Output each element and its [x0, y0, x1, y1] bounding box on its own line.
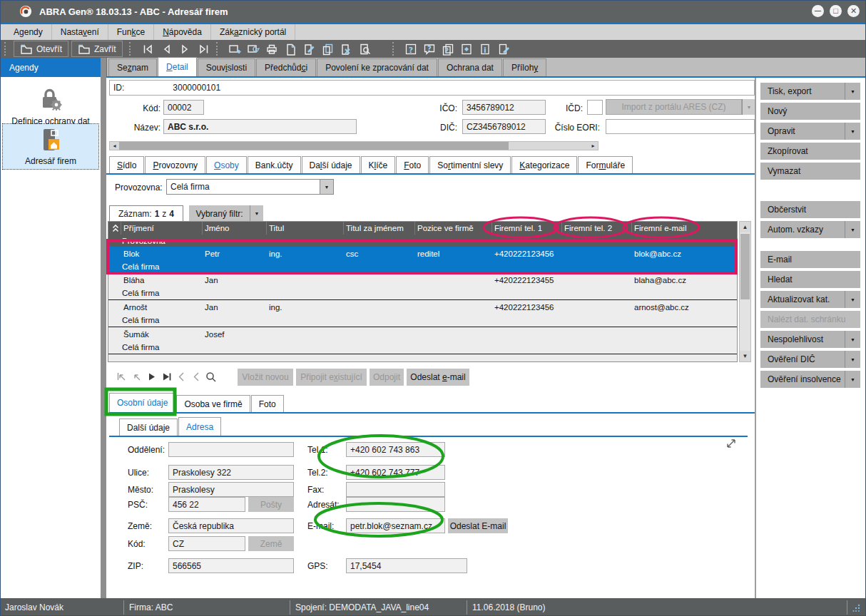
document-search-icon[interactable] — [355, 42, 374, 56]
email-field[interactable]: petr.blok@seznam.cz — [346, 518, 445, 533]
maximize-button[interactable]: □ — [830, 5, 842, 17]
ares-import-button[interactable]: Import z portálu ARES (CZ) — [606, 99, 742, 115]
col-prijmeni[interactable]: Příjmení — [121, 222, 203, 235]
dic-field[interactable]: CZ3456789012 — [462, 119, 546, 134]
attach-existing-button[interactable]: Připojit existující — [296, 369, 367, 386]
table-row[interactable]: Šumák Josef Celá firma — [108, 327, 737, 354]
close-button[interactable]: ✕ — [847, 5, 860, 17]
edit-button[interactable]: Opravit▼ — [760, 123, 860, 140]
tab-sidlo[interactable]: Sídlo — [109, 156, 144, 173]
eori-field[interactable] — [606, 119, 755, 134]
tab-povoleni[interactable]: Povolení ke zpracování dat — [317, 58, 437, 76]
nav-first-icon[interactable] — [138, 42, 157, 56]
nav-next-icon[interactable] — [175, 42, 194, 56]
delete-document-icon[interactable] — [337, 42, 355, 56]
kod-field[interactable]: 00002 — [163, 100, 204, 115]
filter-button[interactable]: Vybraný filtr: — [189, 205, 250, 222]
open-button[interactable]: Otevřít — [14, 41, 68, 57]
insert-new-button[interactable]: Vložit novou — [238, 369, 293, 386]
menu-agendy[interactable]: Agendy — [5, 24, 52, 40]
dropdown-arrow-icon[interactable]: ▼ — [845, 221, 860, 238]
tab-osobni-udaje[interactable]: Osobní údaje — [109, 393, 175, 412]
col-firemni-email[interactable]: Firemní e-mail — [632, 222, 737, 235]
table-row[interactable]: Bláha Jan +420222123455 blaha@abc.cz Cel… — [108, 273, 737, 300]
step-back2-icon[interactable] — [188, 369, 203, 384]
tab-kategorizace[interactable]: Kategorizace — [511, 156, 577, 173]
menu-zakaznicky-portal[interactable]: Zákaznický portál — [211, 24, 295, 40]
edit-document-icon[interactable] — [300, 42, 318, 56]
tel1-field[interactable]: +420 602 743 863 — [346, 442, 445, 457]
tab-seznam[interactable]: Seznam — [108, 58, 157, 76]
help-topics-icon[interactable] — [439, 42, 457, 56]
print-icon[interactable] — [263, 42, 281, 56]
tab-sortimentni-slevy[interactable]: Sortimentní slevy — [429, 156, 511, 173]
col-titul[interactable]: Titul — [267, 222, 344, 235]
nav-prev-icon[interactable] — [157, 42, 175, 56]
zip-field[interactable]: 566565 — [168, 558, 294, 573]
nazev-field[interactable]: ABC s.r.o. — [163, 119, 357, 134]
table-vertical-scrollbar[interactable]: ▲ ▼ — [739, 221, 751, 362]
col-jmeno[interactable]: Jméno — [203, 222, 267, 235]
scroll-up-arrow[interactable]: ▲ — [740, 222, 750, 232]
oddeleni-field[interactable] — [168, 442, 294, 457]
step-back-icon[interactable] — [173, 369, 188, 384]
col-firemni-tel-1[interactable]: Firemní tel. 1 — [492, 222, 562, 235]
new-button[interactable]: Nový — [760, 103, 860, 120]
sidebar-item-definice-ochrany-dat[interactable]: Definice ochrany dat — [3, 83, 98, 129]
scroll-down-arrow[interactable]: ▼ — [740, 351, 750, 361]
scroll-left-arrow[interactable]: ◂ — [110, 142, 119, 150]
form-horizontal-scrollbar[interactable]: ◂ ▸ — [109, 141, 598, 150]
icd-field[interactable] — [587, 100, 603, 115]
tel2-field[interactable]: +420 602 743 777 — [346, 465, 445, 480]
annotate-document-icon[interactable] — [494, 42, 513, 56]
copy-button[interactable]: Zkopírovat — [760, 143, 860, 160]
psc-field[interactable]: 456 22 — [168, 497, 245, 512]
minimize-button[interactable]: — — [812, 5, 824, 17]
zeme-field[interactable]: Česká republika — [168, 518, 294, 533]
verify-insolvency-button[interactable]: Ověření insolvence▼ — [760, 371, 860, 388]
zeme-button[interactable]: Země — [248, 536, 294, 551]
table-row[interactable]: Arnošt Jan ing. +420222123456 arnost@abc… — [108, 300, 737, 327]
scrollbar-thumb[interactable] — [740, 234, 750, 299]
find-button[interactable]: Hledat — [760, 271, 860, 288]
tab-osoba-ve-firme[interactable]: Osoba ve firmě — [176, 395, 250, 412]
update-categories-button[interactable]: Aktualizovat kat.▼ — [760, 291, 860, 308]
tab-dalsi-udaje-person[interactable]: Další údaje — [119, 419, 178, 436]
tab-formulare[interactable]: Formuláře — [578, 156, 633, 173]
refresh-record-icon[interactable] — [244, 42, 263, 56]
tab-dalsi-udaje[interactable]: Další údaje — [302, 156, 360, 173]
dropdown-arrow-icon[interactable]: ▼ — [845, 123, 860, 140]
ulice-field[interactable]: Praskolesy 322 — [168, 465, 294, 480]
tab-osoby[interactable]: Osoby — [206, 156, 247, 173]
table-row[interactable]: Blok Petr ing. csc reditel +420222123456… — [108, 247, 737, 273]
tab-foto-person[interactable]: Foto — [251, 395, 284, 412]
col-firemni-tel-2[interactable]: Firemní tel. 2 — [562, 222, 632, 235]
sidebar-item-adresar-firem[interactable]: Adresář firem — [3, 124, 98, 169]
dropdown-arrow-icon[interactable]: ▼ — [845, 331, 860, 348]
tab-bank-ucty[interactable]: Bank.účty — [248, 156, 301, 173]
blank-document-icon[interactable] — [281, 42, 300, 56]
new-record-icon[interactable] — [225, 42, 244, 56]
posty-button[interactable]: Pošty — [248, 497, 294, 512]
kod-zeme-field[interactable]: CZ — [168, 536, 245, 551]
goto-last-icon[interactable] — [158, 369, 173, 384]
ares-dropdown-arrow[interactable]: ▼ — [742, 99, 755, 115]
verify-vat-button[interactable]: Ověření DIČ▼ — [760, 351, 860, 368]
resize-grip-icon[interactable] — [852, 603, 861, 612]
help-icon[interactable] — [402, 42, 420, 56]
menu-napoveda[interactable]: Nápověda — [154, 24, 211, 40]
gps-field[interactable]: 17,5454 — [346, 558, 467, 573]
goto-next-icon[interactable] — [143, 369, 158, 384]
unreliability-button[interactable]: Nespolehlivost▼ — [760, 331, 860, 348]
menu-funkce[interactable]: Funkce — [108, 24, 154, 40]
tab-souvislosti[interactable]: Souvislosti — [198, 58, 255, 76]
goto-prev-icon[interactable] — [128, 369, 143, 384]
tab-detail[interactable]: Detail — [158, 57, 197, 76]
dropdown-arrow-icon[interactable]: ▼ — [845, 291, 860, 308]
document-link-icon[interactable] — [457, 42, 476, 56]
tab-predchudci[interactable]: Předchůdci — [256, 58, 316, 76]
tab-klice[interactable]: Klíče — [361, 156, 396, 173]
info-icon[interactable] — [476, 42, 494, 56]
scrollbar-thumb[interactable] — [119, 142, 509, 150]
email-button[interactable]: E-mail — [760, 251, 860, 268]
